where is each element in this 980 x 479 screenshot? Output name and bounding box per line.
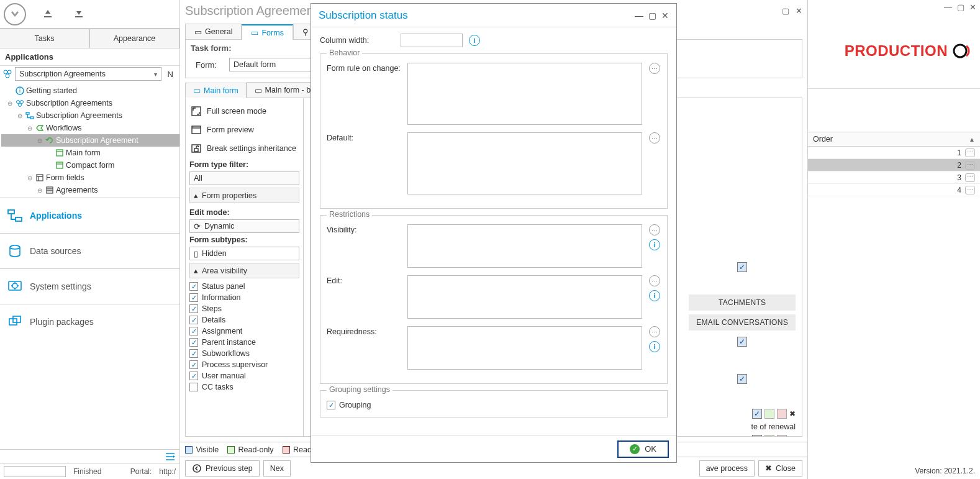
swatch-red-1[interactable] [777,409,787,419]
edit-textarea[interactable] [407,275,642,319]
window-close-icon[interactable]: ✕ [796,6,802,16]
right-close-icon[interactable]: ✕ [969,2,976,11]
visibility-textarea[interactable] [407,224,642,268]
swatch-check-2[interactable]: ✓ [752,435,762,436]
grouping-checkbox[interactable] [327,401,335,409]
nav-pluginpackages[interactable]: Plugin packages [0,304,179,339]
tree-item[interactable]: ⊖Workflows [1,122,179,134]
area-checkbox[interactable] [189,327,198,335]
swatch-red-2[interactable] [777,435,787,436]
tab-appearance[interactable]: Appearance [89,29,179,48]
btn-break-inherit[interactable]: Break settings inheritance [189,139,299,158]
window-min-icon[interactable]: ▢ [782,6,789,16]
column-width-input[interactable] [401,34,463,47]
edit-more-button[interactable]: ⋯ [649,275,660,286]
area-checkbox[interactable] [189,349,198,358]
btn-next-step[interactable]: Nex [263,460,291,477]
default-textarea[interactable] [407,132,642,194]
tree-item[interactable]: ⊖Form fields [1,171,179,184]
area-checkbox[interactable] [189,293,198,302]
swatch-green-2[interactable] [764,435,774,436]
flag-check-2[interactable]: ✓ [737,337,747,347]
right-max-icon[interactable]: ▢ [957,2,964,11]
order-row[interactable]: 1⋯ [808,147,980,159]
tree-expander[interactable]: ⊖ [36,187,43,194]
flag-check-1[interactable]: ✓ [737,262,747,272]
status-input[interactable] [4,466,66,477]
nav-systemsettings[interactable]: System settings [0,269,179,304]
edit-info-icon[interactable]: i [649,290,660,301]
tab-tasks[interactable]: Tasks [0,29,89,48]
tree-item[interactable]: iGetting started [1,84,179,97]
area-checkbox[interactable] [189,338,198,347]
order-more-button[interactable]: ⋯ [965,148,975,157]
ok-button[interactable]: ✓ OK [617,440,669,458]
btn-close[interactable]: ✖ Close [758,460,802,477]
flag-check-3[interactable]: ✓ [737,374,747,384]
svg-point-8 [20,101,24,104]
tree-expander[interactable]: ⊖ [26,125,34,132]
tree-expander[interactable]: ⊖ [26,175,34,181]
area-checkbox[interactable] [189,282,198,291]
order-row[interactable]: 2⋯ [808,159,980,171]
tree-item[interactable]: ⊖Subscription Agreements [1,97,179,109]
expand-circle-button[interactable] [4,3,26,25]
btn-fullscreen[interactable]: Full screen mode [189,102,299,121]
tree-expander[interactable]: ⊖ [16,112,24,119]
tab-general[interactable]: ▭ General [185,24,242,39]
area-checkbox[interactable] [189,360,198,369]
form-subtypes-combo[interactable]: ▯ Hidden [189,247,299,260]
info-icon[interactable]: i [469,35,480,46]
dialog-close-icon[interactable]: ✕ [661,11,669,21]
toolbar-icon-b[interactable] [70,5,88,24]
area-visibility-header[interactable]: ▴ Area visibility [189,263,299,278]
requiredness-textarea[interactable] [407,326,642,370]
form-rule-textarea[interactable] [407,63,642,125]
form-rule-more-button[interactable]: ⋯ [649,63,660,74]
btn-prev-step[interactable]: Previous step [185,460,260,477]
tools-icon-2[interactable]: ✖ [789,436,796,436]
swatch-green-1[interactable] [764,409,774,419]
tab-forms[interactable]: ▭ Forms [242,24,293,40]
area-checkbox[interactable] [189,316,198,324]
nav-datasources[interactable]: Data sources [0,234,179,268]
form-properties-header[interactable]: ▴ Form properties [189,188,299,203]
order-header[interactable]: Order ▲ [808,132,980,147]
edit-mode-combo[interactable]: ⟳ Dynamic [189,219,299,233]
area-checkbox[interactable] [189,383,198,391]
dialog-min-icon[interactable]: — [635,11,643,21]
requiredness-more-button[interactable]: ⋯ [649,326,660,337]
area-checkbox[interactable] [189,372,198,380]
order-more-button[interactable]: ⋯ [965,186,975,194]
form-type-filter-combo[interactable]: All [189,171,299,185]
tree-item[interactable]: ⊖Subscription Agreements [1,109,179,122]
requiredness-info-icon[interactable]: i [649,341,660,352]
btn-preview[interactable]: Form preview [189,121,299,139]
right-min-icon[interactable]: — [944,2,952,11]
tree-item[interactable]: Compact form [1,159,179,171]
application-combo[interactable]: Subscription Agreements ▾ [15,67,161,81]
order-more-button[interactable]: ⋯ [965,173,975,182]
tree-expander[interactable]: ⊖ [36,137,43,144]
area-checkbox[interactable] [189,304,198,313]
dialog-max-icon[interactable]: ▢ [648,11,656,21]
toolbar-icon-a[interactable] [39,5,57,24]
btn-save-process[interactable]: ave process [699,460,755,477]
subtab-mainform[interactable]: ▭ Main form [185,83,247,98]
sort-icon[interactable]: ▲ [969,136,975,143]
tree-item[interactable]: ⊖Agreements [1,184,179,196]
swatch-check-1[interactable]: ✓ [752,409,762,419]
tree-item[interactable]: Main form [1,147,179,159]
tree-item[interactable]: ⊖Subscription Agreement [1,134,179,147]
order-more-button[interactable]: ⋯ [965,161,975,170]
tree-expander[interactable]: ⊖ [6,100,14,107]
svg-point-9 [19,104,22,107]
visibility-more-button[interactable]: ⋯ [649,224,660,235]
collapse-nav-icon[interactable] [165,452,176,461]
order-row[interactable]: 3⋯ [808,171,980,184]
tools-icon[interactable]: ✖ [789,409,796,418]
nav-applications[interactable]: Applications [0,198,179,233]
visibility-info-icon[interactable]: i [649,239,660,250]
order-row[interactable]: 4⋯ [808,184,980,196]
default-more-button[interactable]: ⋯ [649,132,660,144]
